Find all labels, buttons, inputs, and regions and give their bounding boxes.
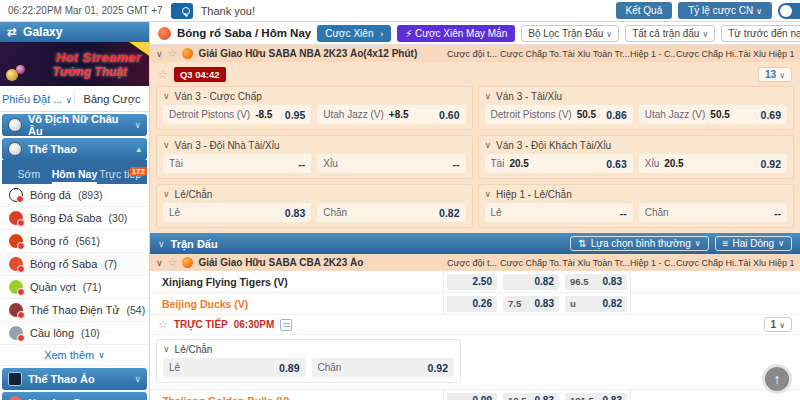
chevron-down-icon[interactable]: ∨ [163,189,170,199]
sidebar-item-esports[interactable]: Thể Thao Điện Tử (54) [0,299,149,322]
sport-label: Thể Thao Điện Tử [30,304,120,316]
view-toggle[interactable] [778,3,800,19]
odds-cell[interactable]: Tài20.50.63 [485,154,633,173]
all-matches-dropdown[interactable]: Tất cả trận đấu∨ [625,25,715,42]
odds-cell[interactable]: Xỉu20.50.92 [639,154,787,173]
sport-label: Bóng rổ [30,235,69,247]
over-under-odds-cell[interactable]: 101.50.83 [565,393,627,400]
display-mode-dropdown[interactable]: ≡Hai Dòng∨ [715,236,792,251]
market-panel: ∨Ván 3 - Cược Chấp Detroit Pistons (V)-8… [156,86,473,130]
time-filter-dropdown[interactable]: Từ trước đến nay∨ [721,25,800,42]
chevron-down-icon: ∨ [98,350,105,360]
sidebar-section-euro[interactable]: Vô Địch Nữ Châu Âu ∨ [2,114,147,136]
display-mode-label: Hai Dòng [732,238,774,249]
favorite-star-icon[interactable]: ☆ [168,47,178,60]
odds-cell[interactable]: Detroit Pistons (V)-8.50.95 [163,105,311,124]
chevron-down-icon[interactable]: ∨ [163,344,170,354]
total-line: 50.5 [577,109,596,120]
chevron-down-icon[interactable]: ∨ [163,140,170,150]
banner-title: Hot Streamer [56,50,141,65]
odds-cell[interactable]: Chẵn0.92 [312,358,455,377]
handicap-line: -8.5 [255,109,272,120]
odds-value: 0.83 [603,276,622,287]
odds-cell[interactable]: Lẻ-- [485,203,633,222]
brand-bar[interactable]: ⇄ Galaxy [0,22,149,42]
chevron-down-icon[interactable]: ∨ [163,91,170,101]
over-under-odds-cell[interactable]: u0.82 [565,296,627,312]
moneyline-odds-cell[interactable]: 0.26 [447,296,497,312]
tab-bet-board[interactable]: Bảng Cược [74,93,149,105]
tab-early-label: Sớm [18,168,41,180]
match-row-away: Beijing Ducks (V) 0.26 7.50.83 u0.82 [150,293,800,315]
odds-cell[interactable]: Chẵn0.82 [317,203,465,222]
handicap-odds-cell[interactable]: 12.50.83 [503,393,559,400]
odds-cell[interactable]: Lẻ0.83 [163,203,311,222]
soccer-ball-icon [8,118,22,132]
match-row-home: Xinjiang Flying Tigers (V) 2.50 0.82 96.… [150,271,800,293]
odds-cell[interactable]: Xỉu-- [317,154,465,173]
sport-count: (54) [127,304,146,316]
sidebar-item-soccer[interactable]: Bóng đá (893) [0,184,149,207]
odds-value: 2.50 [473,276,492,287]
sidebar-section-sports[interactable]: Thể Thao ▴ [2,138,147,160]
search-button[interactable] [171,3,193,19]
sidebar-section-number-game[interactable]: Number Game ∨ [2,392,147,400]
tab-bet-ticket[interactable]: Phiếu Đặt ... ∨ [0,93,74,105]
sidebar-item-badminton[interactable]: Cầu lông (10) [0,322,149,345]
team-name: Beijing Ducks (V) [156,298,443,310]
favorite-star-icon[interactable]: ☆ [158,318,168,331]
selection-label: Lẻ [169,362,180,373]
league-header[interactable]: ∨ ☆ Giải Giao Hữu SABA CBA 2K23 Ảo Cược … [150,254,800,271]
market-title: Ván 3 - Tài/Xỉu [496,91,562,102]
odds-cell[interactable]: Detroit Pistons (V)50.50.86 [485,105,633,124]
league-header[interactable]: ∨ ☆ Giải Giao Hữu SABA NBA 2K23 Ảo(4x12 … [150,45,800,62]
sidebar-item-saba-basketball[interactable]: Bóng rổ Saba (7) [0,253,149,276]
selection-mode-label: Lựa chọn bình thường [591,238,691,249]
market-count-dropdown[interactable]: 13∨ [758,67,792,82]
odds-cell[interactable]: Tài-- [163,154,311,173]
selection-mode-dropdown[interactable]: ⇅Lựa chọn bình thường∨ [570,236,708,251]
promo-banner[interactable]: Hot Streamer Tưởng Thuật [0,42,149,86]
moneyline-odds-cell[interactable]: 0.09 [447,393,497,400]
scroll-to-top-button[interactable]: ↑ [762,364,792,394]
show-more-link[interactable]: Xem thêm ∨ [0,345,149,366]
chevron-down-icon[interactable]: ∨ [156,258,163,268]
stats-icon[interactable] [280,319,292,331]
odds-cell[interactable]: Lẻ0.89 [163,358,306,377]
sidebar-item-tennis[interactable]: Quần vợt (71) [0,276,149,299]
odds-type-dropdown[interactable]: Tỷ lệ cược CN∨ [678,2,772,19]
odds-cell[interactable]: Utah Jazz (V)50.50.69 [639,105,787,124]
market-title: Ván 3 - Đội Nhà Tài/Xỉu [175,140,280,151]
parlay-button[interactable]: Cược Xiên › [317,25,391,42]
chevron-down-icon: ∨ [66,95,73,105]
match-filter-dropdown[interactable]: Bộ Lọc Trận Đấu∨ [521,25,619,42]
selection-label: Xỉu [645,158,659,169]
sport-label: Bóng đá [30,189,71,201]
favorite-star-icon[interactable]: ☆ [158,68,168,81]
odds-cell[interactable]: Utah Jazz (V)+8.50.60 [317,105,465,124]
chevron-down-icon[interactable]: ∨ [485,91,492,101]
tab-today[interactable]: Hôm Nay [52,168,98,184]
chevron-down-icon[interactable]: ∨ [158,239,165,249]
favorite-star-icon[interactable]: ☆ [168,256,178,269]
sidebar-section-virtual-sports[interactable]: Thể Thao Ảo ∨ [2,368,147,390]
chevron-down-icon[interactable]: ∨ [485,140,492,150]
sidebar-item-saba-soccer[interactable]: Bóng Đá Saba (30) [0,207,149,230]
tab-live[interactable]: Trực tiếp 172 [97,168,143,184]
over-under-odds-cell[interactable]: 96.50.83 [565,274,627,290]
market-count-dropdown[interactable]: 1∨ [764,317,792,332]
sidebar-item-basketball[interactable]: Bóng rổ (561) [0,230,149,253]
handicap-odds-cell[interactable]: 0.82 [503,274,559,290]
handicap-odds-cell[interactable]: 7.50.83 [503,296,559,312]
moneyline-odds-cell[interactable]: 2.50 [447,274,497,290]
odds-value: 0.92 [428,362,448,374]
lucky-parlay-button[interactable]: ⚡ Cược Xiên May Mắn [397,25,515,42]
odds-value: -- [298,158,305,170]
main-header: Bóng rổ Saba / Hôm Nay Cược Xiên › ⚡ Cượ… [150,22,800,45]
odds-cell[interactable]: Chẵn-- [639,203,787,222]
results-button[interactable]: Kết Quả [616,2,673,19]
chevron-down-icon[interactable]: ∨ [156,49,163,59]
tab-early[interactable]: Sớm [6,168,52,184]
chevron-down-icon[interactable]: ∨ [485,189,492,199]
number-game-icon [8,396,22,400]
